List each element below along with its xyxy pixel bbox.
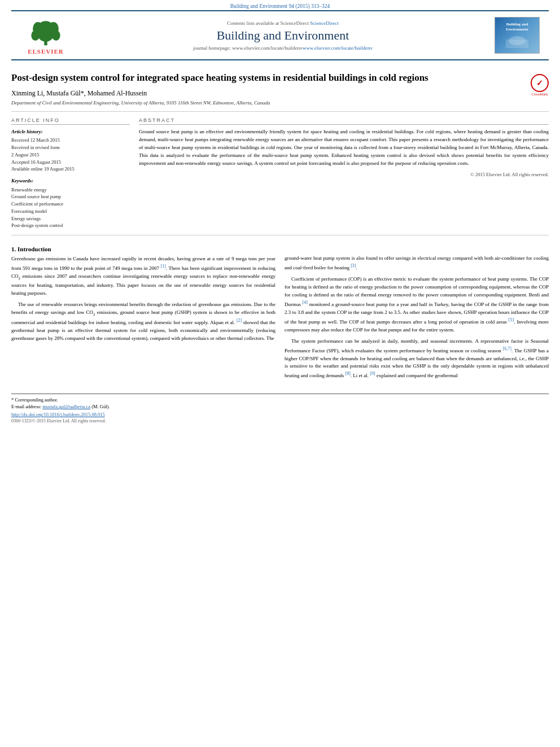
accepted-date: Accepted 16 August 2015 xyxy=(11,159,130,166)
journal-header-center: Contents lists available at ScienceDirec… xyxy=(71,20,495,51)
abstract-label: ABSTRACT xyxy=(139,117,549,125)
journal-thumbnail: Building and Environment xyxy=(495,17,540,54)
top-bar: Building and Environment 94 (2015) 313–3… xyxy=(0,0,560,10)
ref-1[interactable]: [1] xyxy=(161,264,166,269)
keyword-3: Coefficient of performance xyxy=(11,200,130,208)
left-para-2: The use of renewable resources brings en… xyxy=(11,301,275,343)
ref-8[interactable]: [8] xyxy=(345,371,350,376)
received-revised-label: Received in revised form xyxy=(11,144,130,151)
history-title: Article history: xyxy=(11,128,130,136)
body-divider xyxy=(11,235,549,235)
ref-5[interactable]: [5] xyxy=(509,317,514,322)
elsevier-logo: ELSEVIER xyxy=(20,16,71,55)
crossmark-label: CrossMark xyxy=(531,92,549,96)
affiliation-line: Department of Civil and Environmental En… xyxy=(11,100,549,106)
keywords-title: Keywords: xyxy=(11,177,130,185)
ref-9[interactable]: [9] xyxy=(370,371,375,376)
revised-date: 2 August 2015 xyxy=(11,151,130,159)
body-section: 1. Introduction Greenhouse gas emissions… xyxy=(11,241,549,383)
elsevier-label: ELSEVIER xyxy=(28,48,64,55)
journal-header: ELSEVIER Contents lists available at Sci… xyxy=(11,10,549,60)
doi-link[interactable]: http://dx.doi.org/10.1016/j.buildenv.201… xyxy=(11,412,105,417)
abstract-column: ABSTRACT Ground source heat pump is an e… xyxy=(139,117,549,229)
authors-line: Xinming Li, Mustafa Gül*, Mohamed Al-Hus… xyxy=(11,89,549,98)
keyword-2: Ground source heat pump xyxy=(11,193,130,200)
svg-point-5 xyxy=(52,30,60,41)
left-para-1: Greenhouse gas emissions in Canada have … xyxy=(11,255,275,297)
right-para-1: ground-water heat pump system is also fo… xyxy=(285,255,549,272)
article-info-label: ARTICLE INFO xyxy=(11,117,130,125)
ref-2[interactable]: [2] xyxy=(237,318,242,323)
journal-reference: Building and Environment 94 (2015) 313–3… xyxy=(230,3,330,9)
received-date: Received 12 March 2015 xyxy=(11,137,130,144)
homepage-url[interactable]: www.elsevier.com/locate/buildenv xyxy=(303,45,373,51)
abstract-paragraph: Ground source heat pump is an effective … xyxy=(139,128,549,168)
journal-homepage: journal homepage: www.elsevier.com/locat… xyxy=(71,45,495,51)
journal-title: Building and Environment xyxy=(71,28,495,43)
article-info-abstract-section: ARTICLE INFO Article history: Received 1… xyxy=(11,117,549,229)
keyword-1: Renewable energy xyxy=(11,186,130,194)
right-para-3: The system performance can be analyzed i… xyxy=(285,338,549,381)
keyword-5: Energy savings xyxy=(11,215,130,222)
copyright-line: © 2015 Elsevier Ltd. All rights reserved… xyxy=(139,171,549,178)
article-info-column: ARTICLE INFO Article history: Received 1… xyxy=(11,117,130,229)
right-para-2: Coefficient of performance (COP) is an e… xyxy=(285,276,549,334)
body-right-column: ground-water heat pump system is also fo… xyxy=(285,241,549,383)
section1-heading: 1. Introduction xyxy=(11,246,275,252)
available-online-date: Available online 19 August 2015 xyxy=(11,165,130,173)
ref-3[interactable]: [3] xyxy=(351,263,356,268)
crossmark-icon: ✓ xyxy=(531,74,549,92)
ref-6-7[interactable]: [6,7] xyxy=(503,346,511,351)
contents-available-line: Contents lists available at ScienceDirec… xyxy=(71,20,495,26)
email-link[interactable]: mustafa.gul@ualberta.ca xyxy=(42,404,90,409)
body-left-column: 1. Introduction Greenhouse gas emissions… xyxy=(11,241,275,383)
keyword-6: Post-design system control xyxy=(11,222,130,229)
article-history-block: Article history: Received 12 March 2015 … xyxy=(11,128,130,173)
svg-point-4 xyxy=(31,30,40,41)
doi-line: http://dx.doi.org/10.1016/j.buildenv.201… xyxy=(11,412,549,417)
header-divider xyxy=(11,111,549,112)
keywords-section: Keywords: Renewable energy Ground source… xyxy=(11,177,130,229)
paper-title: Post-design system control for integrate… xyxy=(11,72,549,85)
footnote-area: * Corresponding author. E-mail address: … xyxy=(11,394,549,423)
body-right-text: ground-water heat pump system is also fo… xyxy=(285,255,549,380)
body-left-text: Greenhouse gas emissions in Canada have … xyxy=(11,255,275,343)
ref-4[interactable]: [4] xyxy=(303,300,308,305)
email-line: E-mail address: mustafa.gul@ualberta.ca … xyxy=(11,404,549,409)
elsevier-tree-icon xyxy=(26,16,65,47)
keyword-4: Forecasting model xyxy=(11,208,130,215)
abstract-text: Ground source heat pump is an effective … xyxy=(139,128,549,178)
svg-point-7 xyxy=(509,36,526,45)
issn-line: 0360-1323/© 2015 Elsevier Ltd. All right… xyxy=(11,418,549,423)
paper-title-section: ✓ CrossMark Post-design system control f… xyxy=(11,72,549,85)
crossmark-badge: ✓ CrossMark xyxy=(531,74,549,96)
sciencedirect-link[interactable]: ScienceDirect xyxy=(310,20,338,26)
main-content: ✓ CrossMark Post-design system control f… xyxy=(11,60,549,429)
corresponding-author-note: * Corresponding author. xyxy=(11,397,549,403)
